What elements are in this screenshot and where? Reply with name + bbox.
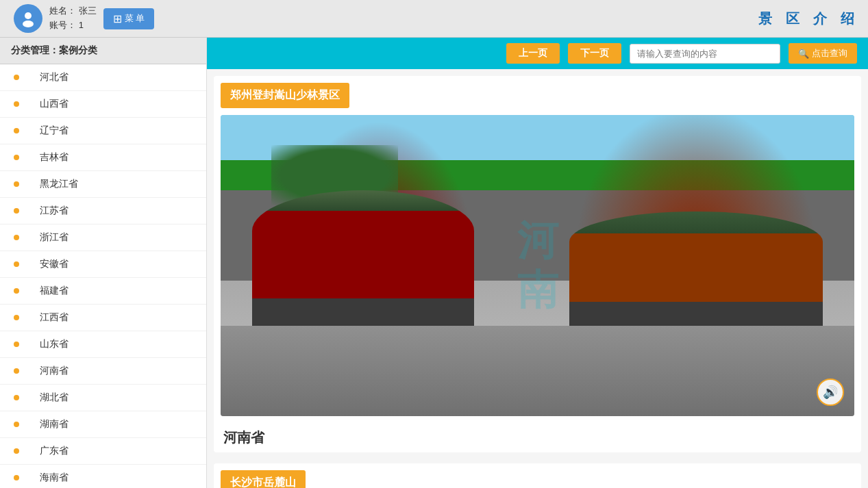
grid-icon: ⊞ <box>113 12 122 25</box>
sidebar-item-label: 黑龙江省 <box>40 178 78 190</box>
sidebar-item-label: 山东省 <box>40 338 69 350</box>
nav-item-shao[interactable]: 绍 <box>841 10 854 28</box>
sidebar: 分类管理：案例分类 河北省山西省辽宁省吉林省黑龙江省江苏省浙江省安徽省福建省江西… <box>0 38 207 488</box>
scenic-item-2: 长沙市岳麓山 <box>214 463 861 488</box>
sidebar-dot <box>14 155 19 160</box>
sidebar-dot <box>14 75 19 80</box>
sidebar-item-label: 吉林省 <box>40 151 69 164</box>
sidebar-item-13[interactable]: 湖南省 <box>0 411 206 438</box>
sidebar-dot <box>14 475 19 480</box>
sidebar-item-label: 湖南省 <box>40 418 69 431</box>
sidebar-item-label: 湖北省 <box>40 391 69 404</box>
sidebar-item-label: 江西省 <box>40 311 69 324</box>
prev-page-button[interactable]: 上一页 <box>506 43 560 64</box>
scroll-content[interactable]: 郑州登封嵩山少林景区 河 南 🔊 <box>207 69 868 488</box>
sidebar-item-7[interactable]: 安徽省 <box>0 251 206 278</box>
user-text: 姓名： 张三 账号： 1 <box>49 4 97 33</box>
sidebar-dot <box>14 315 19 320</box>
sidebar-item-label: 广东省 <box>40 445 69 457</box>
audio-icon: 🔊 <box>823 385 838 400</box>
user-account: 1 <box>79 20 84 30</box>
scenic-title-2: 长沙市岳麓山 <box>221 470 306 488</box>
menu-label: 菜 单 <box>125 12 145 25</box>
sidebar-item-1[interactable]: 山西省 <box>0 91 206 118</box>
sidebar-dot <box>14 235 19 240</box>
sidebar-item-3[interactable]: 吉林省 <box>0 144 206 171</box>
sidebar-item-14[interactable]: 广东省 <box>0 438 206 465</box>
sidebar-item-10[interactable]: 山东省 <box>0 331 206 358</box>
sidebar-dot <box>14 288 19 294</box>
sidebar-item-15[interactable]: 海南省 <box>0 465 206 488</box>
sidebar-item-label: 海南省 <box>40 472 69 484</box>
sidebar-item-2[interactable]: 辽宁省 <box>0 118 206 144</box>
audio-button[interactable]: 🔊 <box>817 378 844 406</box>
sidebar-dot <box>14 448 19 454</box>
top-bar: 姓名： 张三 账号： 1 ⊞ 菜 单 景 区 介 绍 <box>0 0 868 38</box>
sidebar-item-12[interactable]: 湖北省 <box>0 385 206 411</box>
svg-point-1 <box>23 21 34 27</box>
sidebar-item-label: 河北省 <box>40 71 69 84</box>
sidebar-item-5[interactable]: 江苏省 <box>0 198 206 224</box>
avatar <box>14 4 42 33</box>
search-btn-label: 点击查询 <box>812 47 847 60</box>
scenic-image-container-1: 河 南 🔊 <box>221 115 854 416</box>
svg-point-0 <box>25 12 32 19</box>
content-area: 上一页 下一页 🔍 点击查询 郑州登封嵩山少林景区 <box>207 38 868 488</box>
sidebar-dot <box>14 128 19 133</box>
nav-item-jie[interactable]: 介 <box>813 10 827 28</box>
sidebar-item-label: 浙江省 <box>40 231 69 244</box>
nav-links: 景 区 介 绍 <box>758 10 854 28</box>
pano-building-left <box>252 190 474 326</box>
sidebar-item-9[interactable]: 江西省 <box>0 305 206 331</box>
search-input[interactable] <box>630 44 780 64</box>
sidebar-dot <box>14 208 19 214</box>
sidebar-item-label: 辽宁省 <box>40 125 69 137</box>
sidebar-dot <box>14 181 19 187</box>
search-button[interactable]: 🔍 点击查询 <box>789 43 857 64</box>
search-icon: 🔍 <box>798 49 809 59</box>
sidebar-item-0[interactable]: 河北省 <box>0 64 206 91</box>
scenic-title-1: 郑州登封嵩山少林景区 <box>221 83 349 108</box>
sidebar-dot <box>14 261 19 267</box>
next-page-button[interactable]: 下一页 <box>568 43 621 64</box>
sidebar-item-label: 山西省 <box>40 98 69 110</box>
sidebar-item-8[interactable]: 福建省 <box>0 278 206 305</box>
scenic-item-1: 郑州登封嵩山少林景区 河 南 🔊 <box>214 76 861 452</box>
sidebar-item-11[interactable]: 河南省 <box>0 358 206 385</box>
province-label-1: 河南省 <box>214 423 861 452</box>
scenic-panorama-1: 河 南 🔊 <box>221 115 854 416</box>
sidebar-dot <box>14 422 19 427</box>
account-label: 账号： <box>49 20 76 30</box>
sidebar-item-label: 福建省 <box>40 285 69 297</box>
nav-item-qu[interactable]: 区 <box>786 10 799 28</box>
main-layout: 分类管理：案例分类 河北省山西省辽宁省吉林省黑龙江省江苏省浙江省安徽省福建省江西… <box>0 38 868 488</box>
pano-ground <box>221 326 854 416</box>
pano-building-right <box>569 211 823 332</box>
sidebar-item-4[interactable]: 黑龙江省 <box>0 171 206 198</box>
sidebar-dot <box>14 368 19 374</box>
sidebar-item-6[interactable]: 浙江省 <box>0 224 206 251</box>
sidebar-header: 分类管理：案例分类 <box>0 38 206 64</box>
sidebar-item-label: 安徽省 <box>40 258 69 270</box>
sidebar-dot <box>14 395 19 400</box>
sidebar-item-label: 江苏省 <box>40 205 69 217</box>
sidebar-item-label: 河南省 <box>40 365 69 377</box>
user-info: 姓名： 张三 账号： 1 ⊞ 菜 单 <box>14 4 154 33</box>
nav-item-jing[interactable]: 景 <box>758 10 772 28</box>
name-label: 姓名： <box>49 5 76 16</box>
menu-button[interactable]: ⊞ 菜 单 <box>103 8 155 29</box>
toolbar: 上一页 下一页 🔍 点击查询 <box>207 38 868 69</box>
user-name: 张三 <box>79 5 97 16</box>
sidebar-dot <box>14 342 19 347</box>
sidebar-items: 河北省山西省辽宁省吉林省黑龙江省江苏省浙江省安徽省福建省江西省山东省河南省湖北省… <box>0 64 206 488</box>
sidebar-dot <box>14 101 19 107</box>
